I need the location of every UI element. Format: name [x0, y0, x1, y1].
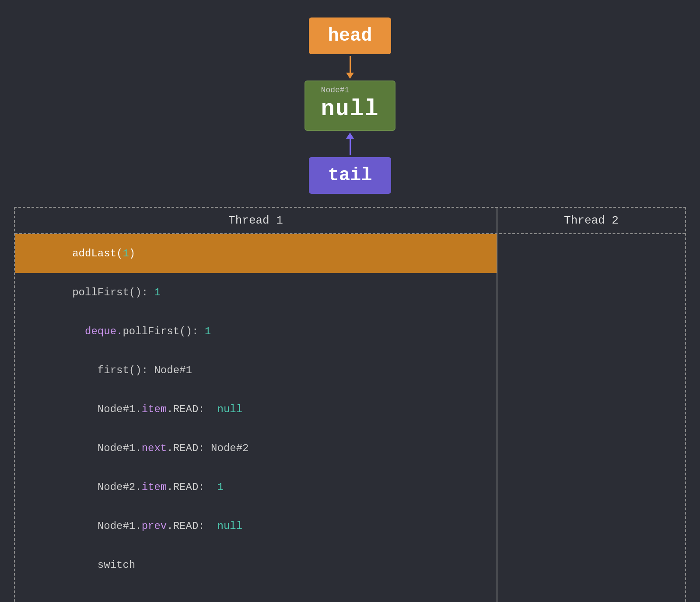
- addlast-paren: ): [129, 248, 135, 259]
- code-line-3: first(): Node#1: [15, 351, 497, 390]
- thread2-code: addFirst(0) peekLast(): 1: [497, 234, 685, 602]
- thread2-line-1: addFirst(0): [506, 592, 676, 602]
- code-line-blank2: [15, 600, 497, 602]
- null-node-value: null: [321, 96, 379, 122]
- code-line-blank1: [15, 584, 497, 600]
- diagram-section: head Node#1 null tail: [0, 0, 700, 207]
- arrow-head-to-null: [346, 56, 354, 79]
- tail-node: tail: [309, 157, 392, 194]
- head-node: head: [309, 18, 392, 54]
- thread-table: Thread 1 Thread 2 addLast(1) pollFirst()…: [14, 207, 686, 602]
- code-line-8: switch: [15, 546, 497, 584]
- code-line-2: deque.pollFirst(): 1: [15, 312, 497, 351]
- code-line-6: Node#2.item.READ: 1: [15, 468, 497, 507]
- null-node: Node#1 null: [304, 80, 396, 131]
- head-label: head: [328, 25, 372, 46]
- arrow-tail-to-null: [346, 133, 354, 155]
- arrow-line-purple: [350, 139, 351, 155]
- tail-label: tail: [328, 165, 372, 186]
- code-line-4: Node#1.item.READ: null: [15, 390, 497, 429]
- addlast-arg: 1: [122, 248, 129, 259]
- code-line-7: Node#1.prev.READ: null: [15, 507, 497, 546]
- code-line-5: Node#1.next.READ: Node#2: [15, 429, 497, 468]
- thread1-code: addLast(1) pollFirst(): 1 deque.pollFirs…: [15, 234, 497, 602]
- thread1-header: Thread 1: [15, 208, 497, 233]
- thread-body: addLast(1) pollFirst(): 1 deque.pollFirs…: [15, 234, 685, 602]
- thread-header: Thread 1 Thread 2: [15, 208, 685, 234]
- arrow-tip-orange: [346, 73, 354, 79]
- highlighted-code-row: addLast(1): [15, 234, 497, 273]
- code-line-1: pollFirst(): 1: [15, 273, 497, 312]
- null-node-label: Node#1: [321, 86, 350, 94]
- arrow-tip-purple: [346, 133, 354, 139]
- thread2-header: Thread 2: [497, 208, 685, 233]
- arrow-line-orange: [350, 56, 351, 73]
- addlast-text: addLast(: [72, 248, 122, 259]
